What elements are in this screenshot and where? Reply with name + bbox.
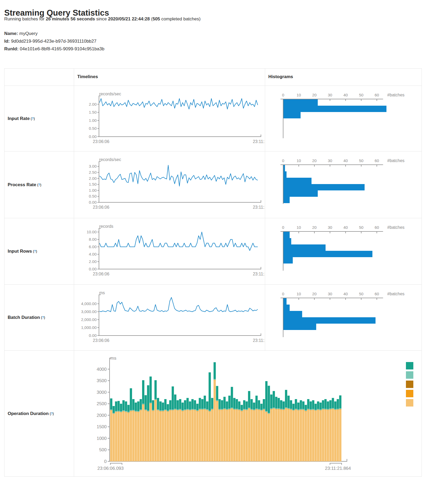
svg-text:23:06:06: 23:06:06: [93, 139, 109, 144]
svg-text:2000: 2000: [97, 413, 107, 418]
help-tooltip-icon[interactable]: (?): [41, 316, 45, 319]
summary-suffix: completed batches): [160, 16, 201, 21]
svg-text:1.00: 1.00: [89, 118, 97, 123]
svg-text:4,000.00: 4,000.00: [81, 301, 97, 306]
help-tooltip-icon[interactable]: (?): [31, 117, 35, 120]
process-rate-histogram-chart: 0102030405060#batches: [265, 151, 422, 218]
batch-duration-histogram-chart: 0102030405060#batches: [265, 285, 422, 350]
batch-duration-label: Batch Duration: [8, 315, 40, 320]
svg-text:0.00: 0.00: [89, 134, 97, 139]
input-rows-histogram-cell: 0102030405060#batches: [265, 218, 422, 284]
help-tooltip-icon[interactable]: (?): [33, 249, 37, 253]
legend-swatch: [406, 371, 413, 379]
svg-text:0: 0: [282, 93, 284, 97]
svg-text:4.00: 4.00: [89, 252, 97, 256]
svg-text:30: 30: [328, 292, 332, 296]
query-runid-line: RunId:04e101e6-8bf8-4165-9099-9104c951ba…: [4, 45, 104, 53]
id-label: Id:: [4, 39, 10, 44]
input-rate-histogram-cell: 0102030405060#batches: [265, 86, 422, 151]
running-batches-summary: Running batches for 26 minutes 56 second…: [4, 16, 201, 22]
help-tooltip-icon[interactable]: (?): [37, 183, 41, 187]
svg-text:60: 60: [375, 93, 379, 97]
svg-text:2.50: 2.50: [89, 170, 97, 175]
svg-text:0: 0: [282, 225, 284, 230]
svg-text:2.00: 2.00: [89, 102, 97, 106]
svg-text:10: 10: [297, 292, 301, 296]
runid-label: RunId:: [4, 46, 19, 51]
svg-text:ms: ms: [99, 291, 105, 295]
row-label-batch-duration: Batch Duration (?): [4, 284, 74, 350]
svg-text:2.00: 2.00: [89, 176, 97, 181]
svg-text:records/sec: records/sec: [99, 92, 121, 96]
svg-text:3,000.00: 3,000.00: [81, 309, 97, 314]
svg-text:10: 10: [297, 225, 301, 230]
svg-text:records: records: [99, 224, 113, 229]
help-tooltip-icon[interactable]: (?): [50, 412, 54, 416]
svg-text:2500: 2500: [97, 401, 107, 406]
legend-swatch: [406, 390, 413, 397]
id-value: 9d0dd219-995d-423e-b97d-36931110bb27: [11, 39, 97, 44]
svg-text:30: 30: [328, 93, 332, 97]
input-rows-histogram-chart: 0102030405060#batches: [265, 218, 422, 284]
legend-swatch: [406, 399, 413, 407]
svg-text:1.50: 1.50: [89, 110, 97, 114]
svg-text:23:11:21: 23:11:21: [253, 338, 265, 343]
process-rate-histogram-cell: 0102030405060#batches: [265, 151, 422, 218]
svg-text:#batches: #batches: [387, 292, 405, 296]
input-rate-timeline-cell: records/sec0.000.501.001.502.0023:06:062…: [74, 86, 265, 151]
svg-text:40: 40: [343, 292, 348, 296]
timelines-column-header: Timelines: [74, 69, 265, 86]
input-rate-histogram-chart: 0102030405060#batches: [265, 86, 422, 151]
svg-text:23:06:06.093: 23:06:06.093: [97, 466, 124, 471]
svg-text:#batches: #batches: [387, 225, 405, 230]
svg-text:10: 10: [297, 93, 301, 97]
svg-text:1.50: 1.50: [89, 182, 97, 186]
legend-swatch: [406, 381, 413, 388]
svg-text:4000: 4000: [97, 367, 107, 372]
batch-duration-timeline-chart: ms0.001,000.002,000.003,000.004,000.0023…: [74, 285, 265, 350]
svg-text:50: 50: [359, 93, 364, 97]
batch-duration-histogram-cell: 0102030405060#batches: [265, 284, 422, 350]
row-label-input-rows: Input Rows (?): [4, 218, 74, 284]
svg-text:3000: 3000: [97, 390, 107, 395]
svg-text:10.00: 10.00: [87, 230, 97, 234]
row-label-input-rate: Input Rate (?): [4, 86, 74, 151]
input-rate-timeline-chart: records/sec0.000.501.001.502.0023:06:062…: [74, 86, 265, 151]
svg-text:30: 30: [328, 225, 332, 230]
svg-text:60: 60: [375, 292, 379, 296]
svg-text:23:11:21.864: 23:11:21.864: [325, 466, 351, 471]
completed-batches-count: 505: [152, 16, 160, 21]
svg-text:0: 0: [282, 158, 284, 163]
svg-text:1,000.00: 1,000.00: [81, 325, 97, 330]
input-rows-timeline-cell: records0.002.004.006.008.0010.0023:06:06…: [74, 218, 265, 284]
query-metadata: Name:myQuery Id:9d0dd219-995d-423e-b97d-…: [4, 30, 104, 53]
row-label-operation-duration: Operation Duration (?): [4, 350, 74, 476]
svg-text:20: 20: [312, 158, 317, 163]
statistics-table: Timelines Histograms Input Rate (?) reco…: [4, 68, 422, 477]
svg-text:3.00: 3.00: [89, 164, 97, 168]
svg-text:20: 20: [312, 225, 317, 230]
svg-text:23:11:21: 23:11:21: [253, 205, 265, 209]
svg-text:1500: 1500: [97, 424, 107, 429]
svg-text:0.00: 0.00: [89, 200, 97, 204]
svg-text:40: 40: [343, 93, 348, 97]
batch-duration-timeline-cell: ms0.001,000.002,000.003,000.004,000.0023…: [74, 284, 265, 350]
svg-text:records/sec: records/sec: [99, 157, 121, 162]
svg-text:23:11:21: 23:11:21: [253, 272, 265, 276]
svg-text:0: 0: [282, 292, 284, 296]
name-label: Name:: [4, 31, 18, 36]
svg-text:2,000.00: 2,000.00: [81, 317, 97, 322]
start-timestamp: 2020/05/21 22:44:28: [108, 16, 150, 21]
streaming-query-statistics-page: { "page": { "title": "Streaming Query St…: [0, 0, 448, 482]
summary-paren: (: [150, 16, 152, 21]
input-rate-label: Input Rate: [8, 116, 30, 121]
query-name-line: Name:myQuery: [4, 30, 104, 37]
svg-text:23:06:06: 23:06:06: [93, 272, 109, 276]
svg-text:0.00: 0.00: [89, 333, 97, 338]
svg-text:500: 500: [99, 447, 107, 452]
query-id-line: Id:9d0dd219-995d-423e-b97d-36931110bb27: [4, 37, 104, 45]
summary-prefix: Running batches for: [4, 16, 46, 21]
svg-text:23:06:06: 23:06:06: [93, 205, 109, 209]
svg-text:8.00: 8.00: [89, 237, 97, 242]
svg-text:50: 50: [359, 225, 364, 230]
